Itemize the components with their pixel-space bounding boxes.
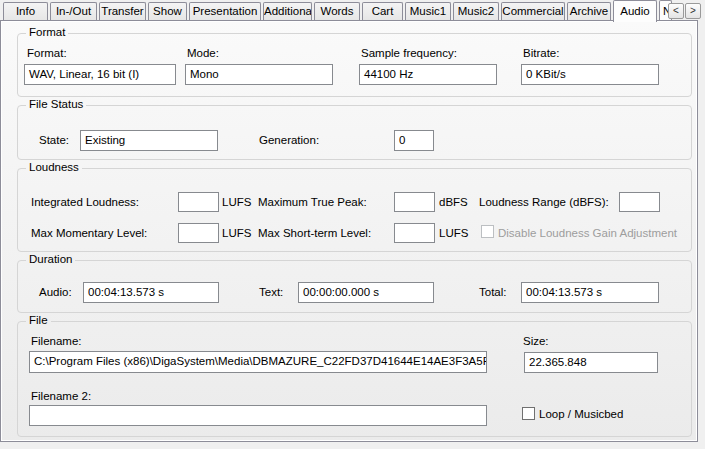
max-short-term-level-unit: LUFS bbox=[439, 227, 468, 239]
tab-transfer[interactable]: Transfer bbox=[99, 2, 146, 20]
format-group: Format Format: Mode: Sample frequency: B… bbox=[17, 33, 692, 97]
tab-bar: Info In-/Out Transfer Show Presentation … bbox=[0, 0, 705, 21]
max-short-term-level-field[interactable] bbox=[394, 223, 435, 243]
tab-audio[interactable]: Audio bbox=[613, 0, 657, 22]
filename-label: Filename: bbox=[31, 335, 82, 347]
tab-in-out[interactable]: In-/Out bbox=[50, 2, 97, 20]
filename2-field[interactable] bbox=[29, 405, 487, 426]
file-group: File Filename: C:\Program Files (x86)\Di… bbox=[17, 321, 692, 437]
mode-field[interactable]: Mono bbox=[185, 64, 333, 85]
mode-label: Mode: bbox=[187, 47, 219, 59]
integrated-loudness-label: Integrated Loudness: bbox=[31, 196, 139, 208]
tab-scroll-left-button[interactable]: < bbox=[668, 3, 684, 19]
duration-group-title: Duration bbox=[26, 253, 75, 265]
max-momentary-level-unit: LUFS bbox=[222, 227, 251, 239]
sample-frequency-field[interactable]: 44100 Hz bbox=[359, 64, 497, 85]
disable-loudness-gain-checkbox bbox=[481, 225, 494, 238]
state-label: State: bbox=[39, 134, 69, 146]
tab-additional[interactable]: Additional bbox=[263, 2, 312, 20]
tab-commercial[interactable]: Commercial bbox=[501, 2, 565, 20]
loop-musicbed-checkbox[interactable] bbox=[522, 407, 535, 420]
tab-info[interactable]: Info bbox=[3, 2, 48, 20]
loudness-group: Loudness Integrated Loudness: LUFS Maxim… bbox=[17, 168, 692, 252]
tab-words[interactable]: Words bbox=[314, 2, 360, 20]
sample-frequency-label: Sample frequency: bbox=[361, 47, 457, 59]
tab-music2[interactable]: Music2 bbox=[453, 2, 499, 20]
file-status-group-title: File Status bbox=[26, 98, 86, 110]
max-true-peak-unit: dBFS bbox=[439, 196, 468, 208]
format-group-title: Format bbox=[26, 26, 68, 38]
tab-music1[interactable]: Music1 bbox=[405, 2, 451, 20]
size-label: Size: bbox=[523, 335, 549, 347]
filename-field[interactable]: C:\Program Files (x86)\DigaSystem\Media\… bbox=[29, 351, 487, 373]
integrated-loudness-unit: LUFS bbox=[222, 196, 251, 208]
bitrate-label: Bitrate: bbox=[523, 47, 559, 59]
generation-label: Generation: bbox=[259, 134, 319, 146]
audio-duration-label: Audio: bbox=[39, 286, 72, 298]
audio-properties-dialog: Info In-/Out Transfer Show Presentation … bbox=[0, 0, 705, 449]
state-field[interactable]: Existing bbox=[80, 130, 218, 151]
audio-duration-field[interactable]: 00:04:13.573 s bbox=[83, 282, 219, 303]
tab-show[interactable]: Show bbox=[148, 2, 187, 20]
loudness-range-field[interactable] bbox=[619, 192, 660, 212]
generation-field[interactable]: 0 bbox=[394, 130, 434, 151]
duration-group: Duration Audio: 00:04:13.573 s Text: 00:… bbox=[17, 260, 692, 313]
size-field[interactable]: 22.365.848 bbox=[524, 352, 658, 373]
format-field[interactable]: WAV, Linear, 16 bit (I) bbox=[24, 64, 176, 85]
format-label: Format: bbox=[27, 47, 67, 59]
integrated-loudness-field[interactable] bbox=[178, 192, 219, 212]
max-momentary-level-field[interactable] bbox=[178, 223, 219, 243]
file-group-title: File bbox=[26, 314, 51, 326]
max-momentary-level-label: Max Momentary Level: bbox=[31, 227, 147, 239]
loudness-group-title: Loudness bbox=[26, 161, 82, 173]
total-duration-label: Total: bbox=[479, 286, 507, 298]
tab-scroll-right-button[interactable]: > bbox=[685, 3, 701, 19]
loudness-range-label: Loudness Range (dBFS): bbox=[479, 196, 609, 208]
disable-loudness-gain-label: Disable Loudness Gain Adjustment bbox=[498, 227, 677, 239]
loop-musicbed-label: Loop / Musicbed bbox=[539, 408, 623, 420]
max-short-term-level-label: Max Short-term Level: bbox=[258, 227, 371, 239]
text-duration-field[interactable]: 00:00:00.000 s bbox=[298, 282, 434, 303]
bitrate-field[interactable]: 0 KBit/s bbox=[521, 64, 659, 85]
filename2-label: Filename 2: bbox=[31, 390, 91, 402]
max-true-peak-label: Maximum True Peak: bbox=[258, 196, 367, 208]
file-status-group: File Status State: Existing Generation: … bbox=[17, 105, 692, 160]
max-true-peak-field[interactable] bbox=[394, 192, 435, 212]
total-duration-field[interactable]: 00:04:13.573 s bbox=[521, 282, 659, 303]
tab-cart[interactable]: Cart bbox=[362, 2, 403, 20]
text-duration-label: Text: bbox=[259, 286, 283, 298]
tab-archive[interactable]: Archive bbox=[567, 2, 611, 20]
tab-presentation[interactable]: Presentation bbox=[189, 2, 261, 20]
